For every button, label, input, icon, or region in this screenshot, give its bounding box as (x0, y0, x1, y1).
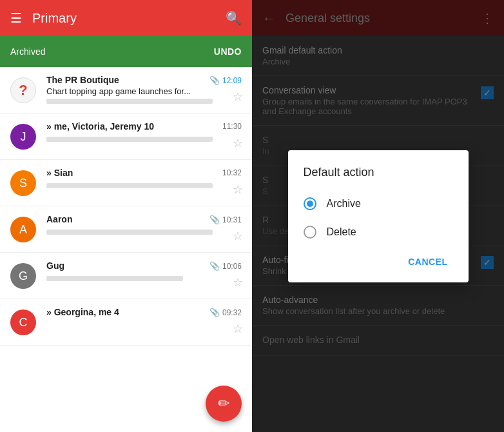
mail-item-2[interactable]: J » me, Victoria, Jeremy 10 11:30 ☆ (0, 113, 252, 160)
star-icon-1[interactable]: ☆ (233, 90, 243, 104)
dialog-option-delete[interactable]: Delete (288, 218, 469, 246)
star-icon-4[interactable]: ☆ (233, 229, 243, 243)
dialog-title: Default action (288, 166, 469, 190)
mail-list: ? The PR Boutique 📎12:09 Chart topping a… (0, 67, 252, 432)
clip-icon-6: 📎 (209, 308, 220, 317)
mail-content-5: Gug 📎10:06 (46, 260, 242, 281)
mail-preview-2 (46, 137, 213, 142)
mail-item-3[interactable]: S » Sian 10:32 ☆ (0, 160, 252, 206)
mail-content-1: The PR Boutique 📎12:09 Chart topping app… (46, 75, 242, 104)
clip-icon-4: 📎 (209, 215, 220, 224)
avatar-3: S (10, 170, 36, 196)
mail-top-row-6: » Georgina, me 4 📎09:32 (46, 307, 242, 317)
dialog-overlay: Default action Archive Delete CANCEL (252, 0, 504, 432)
avatar-2: J (10, 124, 36, 150)
mail-item-5[interactable]: G Gug 📎10:06 ☆ (0, 253, 252, 299)
left-header: ☰ Primary 🔍 (0, 0, 252, 36)
mail-sender-1: The PR Boutique (46, 75, 119, 85)
mail-subject-1: Chart topping app game launches for... (46, 86, 242, 96)
mail-preview-4 (46, 230, 213, 235)
mail-top-row-1: The PR Boutique 📎12:09 (46, 75, 242, 85)
mail-sender-5: Gug (46, 260, 64, 271)
archive-banner: Archived UNDO (0, 36, 252, 67)
star-icon-2[interactable]: ☆ (233, 136, 243, 150)
mail-content-3: » Sian 10:32 (46, 168, 242, 188)
mail-sender-2: » me, Victoria, Jeremy 10 (46, 121, 154, 132)
mail-top-row-5: Gug 📎10:06 (46, 260, 242, 271)
mail-time-4: 📎10:31 (209, 215, 242, 224)
default-action-dialog: Default action Archive Delete CANCEL (288, 150, 469, 282)
mail-top-row-4: Aaron 📎10:31 (46, 214, 242, 224)
mail-time-5: 📎10:06 (209, 261, 242, 271)
mail-sender-4: Aaron (46, 214, 72, 224)
inbox-title: Primary (32, 11, 226, 26)
undo-button[interactable]: UNDO (214, 46, 242, 57)
mail-sender-3: » Sian (46, 168, 73, 178)
menu-icon[interactable]: ☰ (10, 10, 22, 26)
star-icon-3[interactable]: ☆ (233, 182, 243, 197)
dialog-option-label-delete: Delete (327, 226, 356, 238)
mail-time-6: 📎09:32 (209, 308, 242, 317)
avatar-1: ? (10, 77, 36, 103)
star-icon-6[interactable]: ☆ (233, 322, 243, 336)
radio-archive (304, 197, 316, 210)
mail-time-1: 📎12:09 (209, 75, 242, 85)
mail-preview-3 (46, 183, 213, 188)
search-icon[interactable]: 🔍 (226, 10, 242, 26)
radio-delete (304, 226, 316, 239)
dialog-actions: CANCEL (288, 246, 469, 277)
compose-icon: ✏ (218, 395, 229, 412)
mail-item-1[interactable]: ? The PR Boutique 📎12:09 Chart topping a… (0, 67, 252, 113)
mail-preview-1 (46, 99, 213, 104)
mail-item-4[interactable]: A Aaron 📎10:31 ☆ (0, 206, 252, 253)
mail-content-2: » me, Victoria, Jeremy 10 11:30 (46, 121, 242, 142)
clip-icon-5: 📎 (209, 261, 220, 271)
right-panel: ← General settings ⋮ Gmail default actio… (252, 0, 504, 432)
avatar-6: C (10, 309, 36, 335)
archive-text: Archived (10, 46, 214, 57)
cancel-button[interactable]: CANCEL (398, 251, 458, 272)
dialog-option-archive[interactable]: Archive (288, 190, 469, 218)
mail-preview-5 (46, 276, 183, 281)
mail-content-6: » Georgina, me 4 📎09:32 (46, 307, 242, 319)
mail-top-row-3: » Sian 10:32 (46, 168, 242, 178)
mail-item-6[interactable]: C » Georgina, me 4 📎09:32 ☆ (0, 299, 252, 346)
dialog-option-label-archive: Archive (327, 198, 361, 210)
mail-content-4: Aaron 📎10:31 (46, 214, 242, 235)
mail-top-row-2: » me, Victoria, Jeremy 10 11:30 (46, 121, 242, 132)
clip-icon-1: 📎 (209, 75, 220, 85)
avatar-5: G (10, 263, 36, 289)
mail-time-3: 10:32 (222, 168, 242, 177)
left-panel: ☰ Primary 🔍 Archived UNDO ? The PR Bouti… (0, 0, 252, 432)
avatar-4: A (10, 217, 36, 242)
mail-sender-6: » Georgina, me 4 (46, 307, 119, 317)
star-icon-5[interactable]: ☆ (233, 275, 243, 290)
radio-archive-inner (307, 201, 313, 207)
compose-fab[interactable]: ✏ (206, 386, 242, 422)
mail-time-2: 11:30 (222, 122, 242, 131)
